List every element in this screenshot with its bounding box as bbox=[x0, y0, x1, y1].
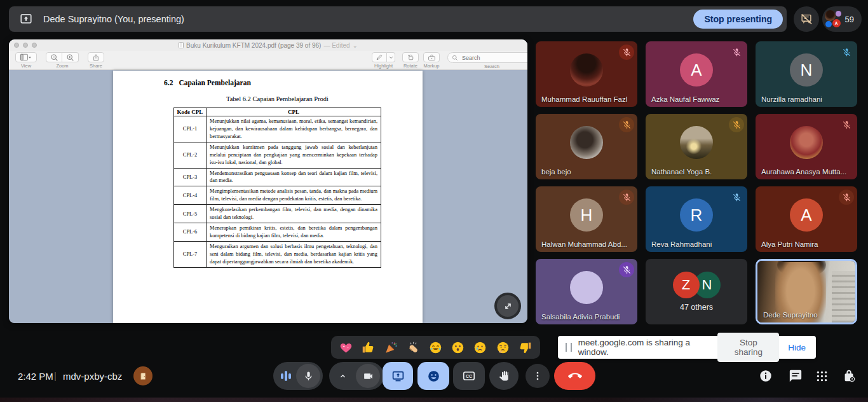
participant-grid: Muhammad Rauuffan FazlAAzka Naufal Fawwa… bbox=[536, 41, 857, 324]
pdf-doc-icon bbox=[179, 42, 184, 48]
clock-time: 2:42 PM bbox=[18, 371, 53, 382]
window-title-text: Buku Kurikulum KFTM 2024.pdf (page 39 of… bbox=[186, 42, 321, 49]
raised-hand-icon bbox=[498, 370, 510, 382]
reaction-thinking-face[interactable] bbox=[495, 340, 511, 356]
reaction-surprised-face[interactable] bbox=[450, 340, 466, 356]
participant-avatar: N bbox=[790, 53, 823, 87]
leave-call-button[interactable] bbox=[554, 362, 595, 390]
cpl-code: CPL-7 bbox=[174, 241, 207, 267]
cpl-code: CPL-3 bbox=[174, 168, 207, 186]
participant-tile[interactable]: Nathanael Yoga B. bbox=[646, 114, 747, 179]
share-message: meet.google.com is sharing a window. bbox=[578, 338, 718, 357]
zoom-in-button[interactable] bbox=[62, 52, 79, 62]
mic-muted-icon bbox=[839, 190, 854, 205]
participant-tile[interactable]: AAzka Naufal Fawwaz bbox=[646, 41, 747, 107]
participant-name: Salsabila Adivia Prabudi bbox=[541, 313, 620, 321]
meeting-details-button[interactable] bbox=[758, 368, 773, 384]
hide-banner-link[interactable]: Hide bbox=[788, 343, 806, 352]
mic-muted-icon bbox=[729, 117, 744, 132]
banner-drag-handle[interactable] bbox=[566, 343, 572, 352]
participant-tile[interactable]: Aurahawa Anasya Mutta... bbox=[756, 114, 857, 179]
rotate-button[interactable] bbox=[402, 52, 419, 62]
window-title: Buku Kurikulum KFTM 2024.pdf (page 39 of… bbox=[9, 42, 527, 49]
participant-tile[interactable]: NNurzilla ramadhani bbox=[756, 41, 857, 107]
mic-muted-icon bbox=[619, 117, 634, 132]
cpl-code: CPL-5 bbox=[174, 205, 207, 223]
reaction-thumbs-down[interactable] bbox=[517, 340, 533, 356]
stop-sharing-button[interactable]: Stop sharing bbox=[717, 333, 779, 362]
whiteboard-unavailable-button[interactable] bbox=[794, 6, 819, 32]
mic-muted-icon bbox=[729, 190, 744, 205]
participant-tile[interactable]: RReva Rahmadhani bbox=[646, 186, 747, 252]
presenter-label: Dede Suprayitno (You, presenting) bbox=[43, 14, 184, 24]
participant-tile[interactable]: Salsabila Adivia Prabudi bbox=[536, 259, 637, 324]
highlight-label: Highlight bbox=[374, 63, 393, 69]
participant-avatar bbox=[570, 53, 603, 87]
microphone-button[interactable] bbox=[273, 362, 323, 390]
presenting-banner: Dede Suprayitno (You, presenting) Stop p… bbox=[9, 6, 787, 32]
participant-tile[interactable]: AAlya Putri Namira bbox=[756, 186, 857, 252]
activities-button[interactable] bbox=[814, 368, 829, 384]
pdf-content-area: 6.2Capaian Pembelajaran Tabel 6.2 Capaia… bbox=[9, 70, 527, 323]
cpl-code: CPL-2 bbox=[174, 142, 207, 168]
highlight-dropdown-button[interactable] bbox=[387, 52, 395, 62]
reaction-clapping-hands[interactable] bbox=[405, 340, 421, 356]
preview-toolbar: View Zoom Share bbox=[9, 51, 527, 70]
participant-avatar: A bbox=[680, 53, 713, 87]
participant-tile[interactable]: beja bejo bbox=[536, 114, 637, 179]
more-options-button[interactable] bbox=[526, 364, 550, 388]
participant-name: Nathanael Yoga B. bbox=[651, 168, 712, 176]
captions-button[interactable]: CC bbox=[453, 362, 485, 390]
title-chevron-down-icon[interactable]: ⌄ bbox=[353, 42, 358, 49]
raise-hand-button[interactable] bbox=[489, 362, 519, 390]
reaction-party-popper[interactable] bbox=[383, 340, 399, 356]
participant-count: 59 bbox=[845, 15, 854, 24]
reaction-thumbs-up[interactable] bbox=[360, 340, 376, 356]
participant-tile[interactable]: HHalwan Muhammad Abd... bbox=[536, 186, 637, 252]
send-reaction-button[interactable] bbox=[417, 362, 449, 390]
reaction-face-with-tears-of-joy[interactable] bbox=[428, 340, 444, 356]
participants-count-button[interactable]: A 59 bbox=[822, 6, 862, 32]
host-controls-button[interactable] bbox=[841, 368, 857, 384]
cpl-row: CPL-5Mengkorelasikan perkembangan film, … bbox=[174, 205, 381, 223]
closed-captions-icon: CC bbox=[462, 369, 476, 383]
svg-text:CC: CC bbox=[466, 374, 472, 378]
search-field[interactable] bbox=[447, 52, 527, 63]
highlight-button[interactable] bbox=[372, 52, 387, 62]
stacked-avatar bbox=[825, 21, 832, 27]
zoom-out-button[interactable] bbox=[46, 52, 62, 62]
participant-avatar bbox=[570, 271, 603, 304]
participant-tile[interactable]: ZN47 others bbox=[646, 259, 747, 324]
share-button[interactable] bbox=[88, 52, 104, 62]
cpl-code: CPL-6 bbox=[174, 223, 207, 242]
chat-button[interactable] bbox=[788, 368, 803, 384]
reaction-crying-face[interactable] bbox=[472, 340, 488, 356]
overflow-avatar: Z bbox=[673, 272, 700, 298]
reaction-sparkling-heart[interactable] bbox=[338, 340, 354, 356]
cpl-code: CPL-1 bbox=[174, 116, 207, 142]
participant-tile[interactable]: Muhammad Rauuffan Fazl bbox=[536, 41, 637, 107]
cpl-description: Menguraikan argumen dan solusi berbasis … bbox=[207, 241, 381, 267]
separator: | bbox=[54, 370, 57, 381]
participant-avatar: H bbox=[570, 198, 603, 232]
leave-room-door-button[interactable] bbox=[133, 366, 153, 385]
audio-level-indicator bbox=[281, 370, 291, 382]
stacked-avatar: A bbox=[832, 19, 841, 27]
participant-name: Dede Suprayitno bbox=[763, 311, 818, 319]
self-video-tile[interactable]: Dede Suprayitno bbox=[756, 259, 857, 324]
stop-presenting-button[interactable]: Stop presenting bbox=[693, 10, 783, 29]
present-screen-icon bbox=[391, 370, 405, 383]
view-button[interactable] bbox=[15, 52, 37, 62]
participant-avatar: A bbox=[790, 198, 823, 232]
pdf-page: 6.2Capaian Pembelajaran Tabel 6.2 Capaia… bbox=[113, 71, 423, 323]
participant-name: Halwan Muhammad Abd... bbox=[541, 240, 627, 248]
overflow-participants: ZN47 others bbox=[646, 259, 747, 324]
search-input[interactable] bbox=[461, 54, 527, 62]
participant-name: Reva Rahmadhani bbox=[651, 240, 712, 248]
expand-shared-content-button[interactable] bbox=[494, 293, 521, 319]
camera-button[interactable] bbox=[329, 362, 384, 390]
present-screen-button[interactable] bbox=[383, 362, 413, 390]
section-number: 6.2 bbox=[164, 79, 173, 87]
participant-name: Aurahawa Anasya Mutta... bbox=[761, 168, 846, 176]
present-to-all-icon bbox=[19, 12, 33, 26]
